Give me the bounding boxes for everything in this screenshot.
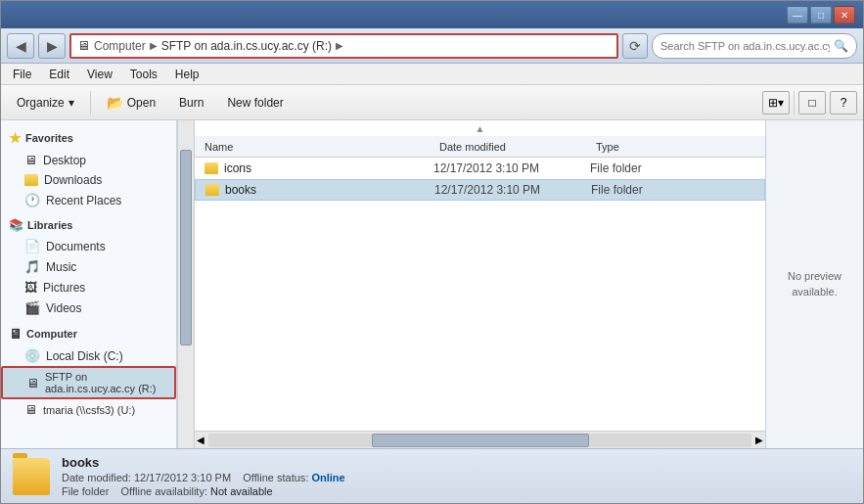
refresh-button[interactable]: ⟳ [622, 33, 648, 59]
sidebar-item-documents[interactable]: 📄 Documents [1, 236, 176, 256]
favorites-icon: ★ [9, 130, 22, 146]
back-icon: ◀ [16, 38, 26, 54]
preview-pane: No preview available. [765, 120, 863, 448]
videos-icon: 🎬 [24, 300, 40, 315]
new-folder-label: New folder [227, 96, 283, 110]
status-date-label: Date modified: [62, 472, 131, 483]
toolbar-separator-2 [794, 91, 795, 115]
status-type-label: File folder [62, 485, 109, 497]
menu-edit[interactable]: Edit [41, 66, 77, 83]
menu-file[interactable]: File [5, 66, 39, 83]
search-input[interactable] [660, 40, 830, 52]
horizontal-scrollbar[interactable]: ◀ ▶ [195, 431, 765, 448]
help-icon: ? [841, 96, 847, 110]
minimize-button[interactable]: — [787, 6, 808, 23]
back-button[interactable]: ◀ [7, 33, 34, 59]
network-tmaria-icon: 🖥 [24, 402, 37, 417]
menu-view[interactable]: View [79, 66, 120, 83]
h-scroll-right-btn[interactable]: ▶ [753, 435, 765, 445]
up-arrow-row: ▲ [195, 120, 765, 136]
file-name-icons-label: icons [224, 161, 251, 175]
status-detail-date: Date modified: 12/17/2012 3:10 PM Offlin… [62, 472, 345, 483]
help-button[interactable]: ? [830, 91, 857, 115]
computer-icon: 🖥 [9, 326, 23, 342]
search-box[interactable]: 🔍 [652, 33, 857, 59]
main-window: — □ ✕ ◀ ▶ 🖥 Computer ▶ SFTP on ada.in.cs… [0, 0, 864, 504]
sidebar-item-local-disk[interactable]: 💿 Local Disk (C:) [1, 345, 176, 366]
maximize-button[interactable]: □ [810, 6, 832, 23]
sidebar-documents-label: Documents [46, 240, 106, 253]
address-breadcrumb[interactable]: 🖥 Computer ▶ SFTP on ada.in.cs.ucy.ac.cy… [69, 33, 618, 59]
breadcrumb-icon: 🖥 [77, 38, 90, 53]
forward-icon: ▶ [47, 38, 58, 54]
sidebar-favorites-label: Favorites [25, 132, 73, 144]
organize-button[interactable]: Organize ▾ [7, 89, 84, 116]
table-row[interactable]: icons 12/17/2012 3:10 PM File folder [195, 158, 765, 179]
sidebar-recent-label: Recent Places [46, 194, 121, 207]
breadcrumb-computer[interactable]: Computer [94, 39, 146, 53]
column-header-date[interactable]: Date modified [433, 136, 590, 157]
file-type-books: File folder [591, 183, 708, 197]
sidebar-item-pictures[interactable]: 🖼 Pictures [1, 277, 176, 298]
status-availability-value: Not available [210, 485, 273, 497]
column-header-type[interactable]: Type [590, 136, 707, 157]
breadcrumb-sftp[interactable]: SFTP on ada.in.cs.ucy.ac.cy (R:) [161, 39, 332, 53]
title-bar: — □ ✕ [1, 1, 863, 28]
view-toggle-button[interactable]: ⊞▾ [762, 91, 790, 115]
sidebar-computer-header[interactable]: 🖥 Computer [1, 322, 176, 345]
menu-help[interactable]: Help [167, 66, 207, 83]
pane-button[interactable]: □ [798, 91, 826, 115]
view-icon: ⊞▾ [768, 96, 784, 110]
organize-arrow-icon: ▾ [68, 96, 74, 110]
table-row[interactable]: books 12/17/2012 3:10 PM File folder [195, 179, 765, 201]
status-name: books [62, 455, 345, 470]
h-scrollbar-thumb[interactable] [372, 434, 589, 447]
open-button[interactable]: 📂 Open [97, 89, 165, 116]
burn-button[interactable]: Burn [169, 89, 213, 116]
sidebar-item-desktop[interactable]: 🖥 Desktop [1, 150, 176, 170]
status-date-value: 12/17/2012 3:10 PM [134, 472, 231, 483]
sidebar-pictures-label: Pictures [43, 281, 85, 295]
disk-icon: 💿 [24, 348, 40, 363]
sidebar-scrollbar[interactable] [177, 120, 195, 448]
sidebar-item-videos[interactable]: 🎬 Videos [1, 298, 176, 318]
h-scrollbar-track [208, 434, 751, 447]
menu-tools[interactable]: Tools [122, 66, 165, 83]
sidebar-item-music[interactable]: 🎵 Music [1, 256, 176, 277]
books-folder-icon [205, 184, 219, 196]
sidebar-scrollbar-thumb[interactable] [180, 150, 192, 345]
close-button[interactable]: ✕ [834, 6, 855, 23]
h-scroll-left-btn[interactable]: ◀ [195, 435, 206, 445]
sidebar-downloads-label: Downloads [44, 173, 102, 187]
sidebar-item-recent-places[interactable]: 🕐 Recent Places [1, 190, 176, 210]
sidebar-item-downloads[interactable]: Downloads [1, 170, 176, 190]
sidebar-item-tmaria[interactable]: 🖥 tmaria (\\csfs3) (U:) [1, 399, 176, 420]
up-arrow-icon: ▲ [476, 123, 485, 134]
sidebar: ★ Favorites 🖥 Desktop Downloads 🕐 Recent… [1, 120, 177, 448]
column-header-name[interactable]: Name [199, 136, 433, 157]
sidebar-item-sftp[interactable]: 🖥 SFTP on ada.in.cs.ucy.ac.cy (R:) [1, 366, 176, 399]
sidebar-libraries-header[interactable]: 📚 Libraries [1, 214, 176, 236]
sidebar-libraries-section: 📚 Libraries 📄 Documents 🎵 Music 🖼 Pictur… [1, 214, 176, 318]
toolbar: Organize ▾ 📂 Open Burn New folder ⊞▾ □ ? [1, 85, 863, 120]
documents-icon: 📄 [24, 239, 40, 253]
menu-bar: File Edit View Tools Help [1, 64, 863, 85]
file-name-icons: icons [199, 161, 433, 175]
recent-icon: 🕐 [24, 193, 40, 207]
search-icon: 🔍 [834, 39, 848, 53]
forward-button[interactable]: ▶ [38, 33, 66, 59]
pane-icon: □ [808, 96, 815, 110]
sidebar-favorites-header[interactable]: ★ Favorites [1, 126, 176, 150]
address-bar: ◀ ▶ 🖥 Computer ▶ SFTP on ada.in.cs.ucy.a… [1, 28, 863, 64]
refresh-icon: ⟳ [629, 38, 641, 54]
file-list-body: icons 12/17/2012 3:10 PM File folder boo… [195, 158, 765, 431]
sidebar-libraries-label: Libraries [27, 219, 72, 231]
file-date-icons: 12/17/2012 3:10 PM [433, 161, 590, 175]
status-offline-label: Offline status: [243, 472, 308, 483]
new-folder-button[interactable]: New folder [217, 89, 293, 116]
breadcrumb-arrow-2: ▶ [336, 40, 343, 51]
music-icon: 🎵 [24, 259, 40, 274]
toolbar-right: ⊞▾ □ ? [762, 91, 857, 115]
sidebar-computer-label: Computer [26, 328, 77, 340]
main-content: ★ Favorites 🖥 Desktop Downloads 🕐 Recent… [1, 120, 863, 448]
